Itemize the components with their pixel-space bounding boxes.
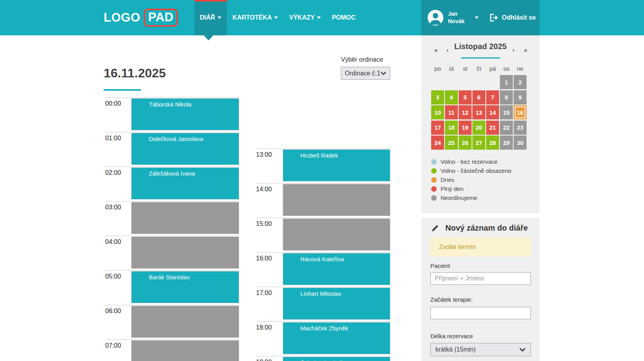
appointment-block[interactable]: Táborská Nikola bbox=[131, 98, 239, 130]
time-label: 06:00 bbox=[105, 308, 121, 315]
schedule-column-morning: 00:00Táborská Nikola01:00Dolečková Jaros… bbox=[105, 97, 239, 361]
chevron-down-icon bbox=[274, 16, 278, 19]
duration-select-value: krátká (15min) bbox=[435, 346, 476, 353]
weekday-label: pá bbox=[486, 65, 499, 72]
schedule-row: 18:00Macháček Zbyněk bbox=[256, 321, 390, 356]
user-name: Jan Novák bbox=[448, 10, 465, 25]
time-label: 15:00 bbox=[256, 220, 272, 227]
calendar-day-26[interactable]: 26 bbox=[459, 136, 472, 150]
user-menu-chevron-icon[interactable] bbox=[475, 16, 479, 19]
appointment-block[interactable]: Rácová Kateřina bbox=[283, 253, 390, 285]
appointment-block[interactable]: Zálešáková Ivana bbox=[131, 167, 239, 200]
calendar-day-23[interactable]: 23 bbox=[514, 121, 527, 135]
nav-item-diar[interactable]: DIÁŘ bbox=[194, 0, 227, 35]
calendar-day-21[interactable]: 21 bbox=[486, 121, 499, 135]
chevron-down-icon bbox=[381, 71, 386, 75]
closed-block bbox=[131, 236, 239, 269]
calendar-day-29[interactable]: 29 bbox=[500, 136, 513, 150]
calendar-day-5[interactable]: 5 bbox=[459, 90, 472, 104]
logo-pad-badge: PAD bbox=[144, 9, 178, 27]
calendar-day-19[interactable]: 19 bbox=[459, 121, 472, 135]
appointment-block[interactable]: Macháček Zbyněk bbox=[283, 322, 390, 354]
calendar-day-13[interactable]: 13 bbox=[472, 105, 485, 119]
schedule-row: 00:00Táborská Nikola bbox=[105, 97, 239, 132]
time-label: 19:00 bbox=[256, 359, 272, 361]
new-record-title-label: Nový záznam do diáře bbox=[445, 224, 528, 233]
calendar-day-8[interactable]: 8 bbox=[500, 90, 513, 104]
schedule-column-afternoon: 13:00Hrubeš Radek14:0015:0016:00Rácová K… bbox=[256, 148, 390, 361]
schedule-row: 16:00Rácová Kateřina bbox=[256, 252, 390, 287]
patient-label: Pacient bbox=[430, 262, 450, 269]
calendar-day-14[interactable]: 14 bbox=[486, 105, 499, 119]
time-label: 16:00 bbox=[256, 255, 272, 262]
calendar-day-6[interactable]: 6 bbox=[472, 90, 485, 104]
calendar-day-10[interactable]: 10 bbox=[431, 105, 444, 119]
calendar-day-9[interactable]: 9 bbox=[514, 90, 527, 104]
calendar-day-3[interactable]: 3 bbox=[431, 90, 444, 104]
therapy-start-input[interactable] bbox=[430, 307, 531, 319]
app-root: LOGO PAD DIÁŘKARTOTÉKAVÝKAZYPOMOC Jan No… bbox=[0, 0, 644, 361]
duration-select[interactable]: krátká (15min) bbox=[430, 343, 531, 356]
nav-item-label: VÝKAZY bbox=[289, 14, 315, 21]
calendar-day-22[interactable]: 22 bbox=[500, 121, 513, 135]
weekday-label: st bbox=[459, 65, 472, 72]
nav-item-vykazy[interactable]: VÝKAZY bbox=[284, 0, 326, 35]
calendar-day-16[interactable]: 16 bbox=[514, 105, 527, 119]
calendar-day-1[interactable]: 1 bbox=[500, 75, 513, 89]
appointment-block[interactable]: Dolečková Jaroslava bbox=[131, 133, 239, 165]
schedule-row: 15:00 bbox=[256, 218, 390, 252]
avatar[interactable] bbox=[428, 10, 443, 26]
time-label: 01:00 bbox=[105, 135, 121, 142]
calendar-day-20[interactable]: 20 bbox=[472, 121, 485, 135]
weekday-label: po bbox=[431, 65, 444, 72]
schedule-row: 01:00Dolečková Jaroslava bbox=[105, 132, 239, 167]
calendar-day-4[interactable]: 4 bbox=[445, 90, 458, 104]
time-label: 02:00 bbox=[105, 169, 121, 176]
nav-item-pomoc[interactable]: POMOC bbox=[326, 0, 361, 35]
schedule-row: 14:00 bbox=[256, 183, 390, 218]
calendar-day-30[interactable]: 30 bbox=[514, 136, 527, 150]
pencil-icon bbox=[431, 224, 439, 233]
calendar-day-7[interactable]: 7 bbox=[486, 90, 499, 104]
time-label: 04:00 bbox=[105, 238, 121, 246]
calendar-day-15[interactable]: 15 bbox=[500, 105, 513, 119]
legend-label: Neordinujeme bbox=[441, 194, 477, 201]
closed-block bbox=[283, 184, 390, 216]
legend-dot bbox=[431, 159, 437, 165]
nav-item-label: POMOC bbox=[332, 14, 355, 21]
patient-input[interactable] bbox=[430, 272, 531, 285]
calendar-day-25[interactable]: 25 bbox=[445, 136, 458, 150]
choose-date-alert: Zvolte termín bbox=[430, 238, 531, 257]
nav-item-label: DIÁŘ bbox=[200, 14, 215, 21]
appointment-block[interactable]: Šebela Vlastimil bbox=[283, 357, 390, 361]
closed-block bbox=[131, 202, 239, 234]
appointment-block[interactable]: Linhart Miloslav bbox=[283, 288, 390, 320]
time-label: 07:00 bbox=[105, 342, 121, 349]
schedule-row: 06:00 bbox=[105, 305, 239, 339]
time-label: 18:00 bbox=[256, 324, 272, 331]
logout-button[interactable]: Odhlásit se bbox=[489, 13, 536, 22]
calendar-day-12[interactable]: 12 bbox=[459, 105, 472, 119]
calendar-day-27[interactable]: 27 bbox=[472, 136, 485, 150]
calendar-grid: 1234567891011121314151617181920212223242… bbox=[431, 75, 529, 154]
appointment-block[interactable]: Hrubeš Radek bbox=[283, 149, 390, 181]
time-label: 03:00 bbox=[105, 204, 121, 211]
ordinace-select[interactable]: Ordinace č.1 bbox=[341, 67, 390, 80]
weekday-label: so bbox=[500, 65, 513, 72]
time-label: 00:00 bbox=[105, 100, 121, 107]
logout-icon bbox=[489, 13, 498, 22]
calendar-panel: « ‹ › » Listopad 2025 poútstčtpásone 123… bbox=[421, 35, 540, 213]
appointment-block[interactable]: Barák Stanislav bbox=[131, 271, 239, 303]
legend-label: Dnes bbox=[441, 176, 454, 183]
calendar-day-2[interactable]: 2 bbox=[514, 75, 527, 89]
nav-item-kartoteka[interactable]: KARTOTÉKA bbox=[227, 0, 284, 35]
calendar-day-28[interactable]: 28 bbox=[486, 136, 499, 150]
calendar-day-17[interactable]: 17 bbox=[431, 121, 444, 135]
ordinace-label: Výběr ordinace bbox=[341, 56, 383, 63]
calendar-day-24[interactable]: 24 bbox=[431, 136, 444, 150]
calendar-weekdays: poútstčtpásone bbox=[431, 65, 527, 72]
calendar-title-underline bbox=[461, 57, 500, 59]
calendar-day-18[interactable]: 18 bbox=[445, 121, 458, 135]
calendar-day-11[interactable]: 11 bbox=[445, 105, 458, 119]
legend-item: Volno - částečně obsazeno bbox=[431, 166, 511, 175]
